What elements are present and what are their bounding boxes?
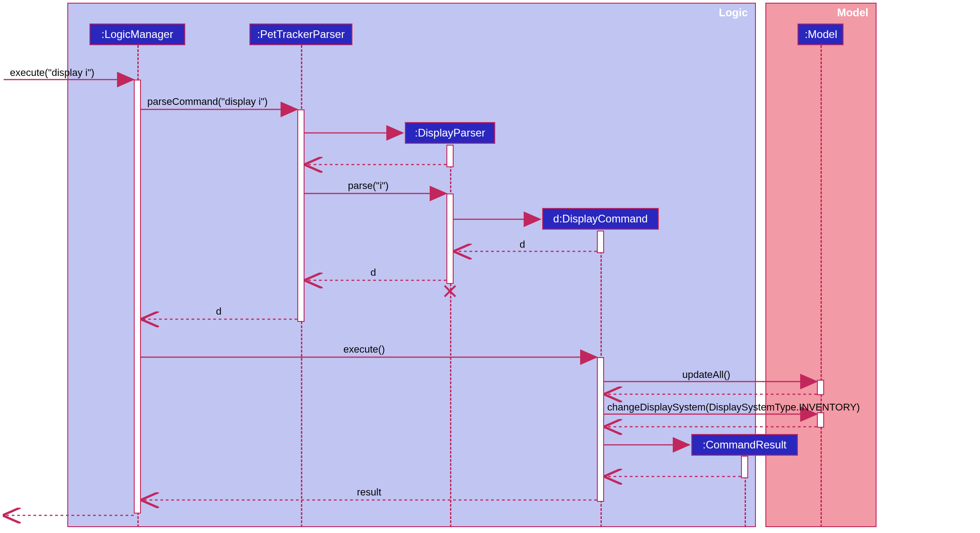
activation-commandresult	[741, 456, 748, 478]
activation-pettrackerparser	[297, 109, 305, 322]
activation-displayparser-1	[446, 145, 454, 167]
frame-logic: Logic	[67, 3, 756, 527]
participant-pettrackerparser: :PetTrackerParser	[249, 24, 352, 45]
participant-logicmanager: :LogicManager	[89, 24, 185, 45]
activation-model-2	[817, 412, 824, 428]
frame-title-logic: Logic	[719, 6, 748, 19]
participant-model: :Model	[797, 24, 844, 45]
msg-d-1: d	[520, 239, 525, 250]
activation-displayparser-2	[446, 193, 454, 284]
msg-execute-in: execute("display i")	[10, 67, 94, 79]
activation-displaycommand-1	[597, 231, 604, 253]
activation-model-1	[817, 380, 824, 395]
msg-updateall: updateAll()	[682, 369, 730, 381]
participant-displayparser: :DisplayParser	[405, 122, 495, 144]
msg-execute: execute()	[343, 344, 385, 355]
msg-d-3: d	[216, 306, 221, 317]
msg-d-2: d	[370, 267, 376, 278]
activation-logicmanager	[134, 80, 141, 514]
msg-parsecommand: parseCommand("display i")	[147, 96, 267, 108]
frame-title-model: Model	[837, 6, 868, 19]
participant-commandresult: :CommandResult	[691, 434, 798, 456]
participant-displaycommand: d:DisplayCommand	[542, 208, 659, 230]
destruction-displayparser	[442, 283, 458, 299]
lifeline-model	[821, 45, 822, 527]
activation-displaycommand-2	[597, 357, 604, 502]
msg-changedisplay: changeDisplaySystem(DisplaySystemType.IN…	[607, 401, 860, 413]
msg-parse: parse("i")	[348, 180, 389, 192]
msg-result: result	[357, 486, 381, 498]
